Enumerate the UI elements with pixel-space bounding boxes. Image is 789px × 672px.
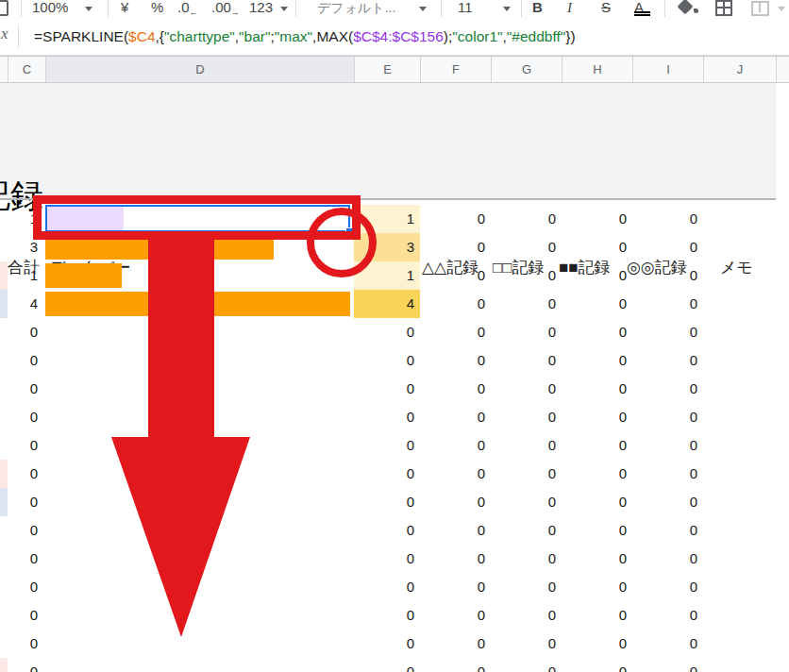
field-header-memo[interactable]: メモ — [720, 257, 753, 278]
cell-H-row12[interactable]: 0 — [562, 516, 632, 545]
strikethrough-button[interactable]: S — [601, 0, 611, 19]
cell-F-row1[interactable]: 0 — [420, 205, 491, 233]
cell-G-row1[interactable]: 0 — [491, 205, 562, 233]
font-name-caret-icon[interactable] — [419, 7, 427, 11]
cell-E-row13[interactable]: 0 — [354, 545, 420, 573]
cell-E-row12[interactable]: 0 — [354, 516, 420, 545]
cell-H-row5[interactable]: 0 — [562, 318, 632, 346]
cell-E-row6[interactable]: 0 — [354, 346, 420, 375]
cell-E-row17[interactable]: 0 — [354, 658, 420, 672]
cell-C-row2[interactable]: 3 — [8, 233, 42, 261]
cell-F-row4[interactable]: 0 — [420, 290, 491, 318]
cell-I-row2[interactable]: 0 — [632, 233, 703, 261]
cell-H-row8[interactable]: 0 — [562, 403, 632, 431]
cell-C-row16[interactable]: 0 — [8, 630, 42, 658]
zoom-control[interactable]: 100% — [32, 0, 68, 19]
cell-I-row7[interactable]: 0 — [632, 375, 703, 403]
cell-I-row17[interactable]: 0 — [632, 658, 703, 672]
cell-H-row4[interactable]: 0 — [562, 290, 632, 318]
cell-C-row10[interactable]: 0 — [8, 460, 42, 488]
column-header-G[interactable]: G — [491, 57, 562, 82]
cell-H-row6[interactable]: 0 — [562, 346, 632, 375]
cell-G-row13[interactable]: 0 — [491, 545, 562, 573]
column-header-J[interactable]: J — [703, 57, 776, 82]
formula-input[interactable]: =SPARKLINE($C4,{"charttype","bar";"max",… — [34, 19, 576, 55]
cell-H-row17[interactable]: 0 — [562, 658, 632, 672]
fill-handle[interactable] — [345, 227, 354, 236]
font-size-caret-icon[interactable] — [503, 7, 511, 11]
cell-G-row6[interactable]: 0 — [491, 346, 562, 375]
cell-H-row10[interactable]: 0 — [562, 460, 632, 488]
font-size-select[interactable]: 11 — [458, 0, 473, 19]
cell-F-row12[interactable]: 0 — [420, 516, 491, 545]
cell-G-row11[interactable]: 0 — [491, 488, 562, 516]
italic-button[interactable]: I — [567, 0, 572, 19]
cell-G-row3[interactable]: 0 — [491, 261, 562, 290]
cell-E-row4[interactable]: 4 — [354, 290, 420, 318]
cell-G-row17[interactable]: 0 — [491, 658, 562, 672]
cell-C-row17[interactable]: 0 — [8, 658, 42, 672]
cell-F-row11[interactable]: 0 — [420, 488, 491, 516]
cell-F-row7[interactable]: 0 — [420, 375, 491, 403]
cell-F-row10[interactable]: 0 — [420, 460, 491, 488]
column-header-E[interactable]: E — [354, 57, 420, 82]
cell-G-row4[interactable]: 0 — [491, 290, 562, 318]
cell-C-row14[interactable]: 0 — [8, 573, 42, 601]
text-color-button[interactable]: A — [634, 0, 644, 19]
cell-G-row5[interactable]: 0 — [491, 318, 562, 346]
cell-G-row8[interactable]: 0 — [491, 403, 562, 431]
decrease-decimal-button[interactable]: .0← — [177, 0, 198, 19]
cell-F-row14[interactable]: 0 — [420, 573, 491, 601]
cell-F-row13[interactable]: 0 — [420, 545, 491, 573]
cell-F-row17[interactable]: 0 — [420, 658, 491, 672]
cell-I-row3[interactable]: 0 — [632, 261, 703, 290]
cell-H-row7[interactable]: 0 — [562, 375, 632, 403]
cell-I-row9[interactable]: 0 — [632, 431, 703, 460]
cell-G-row15[interactable]: 0 — [491, 601, 562, 630]
cell-I-row1[interactable]: 0 — [632, 205, 703, 233]
bold-button[interactable]: B — [532, 0, 543, 19]
cell-I-row4[interactable]: 0 — [632, 290, 703, 318]
column-header-I[interactable]: I — [632, 57, 703, 82]
cell-F-row8[interactable]: 0 — [420, 403, 491, 431]
cell-F-row3[interactable]: 0 — [420, 261, 491, 290]
borders-icon[interactable] — [715, 0, 732, 16]
cell-E-row3[interactable]: 1 — [354, 261, 420, 290]
cell-F-row6[interactable]: 0 — [420, 346, 491, 375]
cell-E-row11[interactable]: 0 — [354, 488, 420, 516]
cell-E-row10[interactable]: 0 — [354, 460, 420, 488]
font-name-select[interactable]: デフォルト... — [317, 0, 395, 19]
merge-cells-icon[interactable] — [751, 1, 769, 16]
cell-C-row7[interactable]: 0 — [8, 375, 42, 403]
selected-cell-border[interactable] — [45, 205, 350, 232]
cell-H-row11[interactable]: 0 — [562, 488, 632, 516]
cell-I-row11[interactable]: 0 — [632, 488, 703, 516]
more-formats-caret-icon[interactable] — [280, 7, 288, 11]
cell-F-row15[interactable]: 0 — [420, 601, 491, 630]
cell-H-row13[interactable]: 0 — [562, 545, 632, 573]
cell-F-row5[interactable]: 0 — [420, 318, 491, 346]
cell-E-row2[interactable]: 3 — [354, 233, 420, 261]
cell-E-row9[interactable]: 0 — [354, 431, 420, 460]
cell-C-row1[interactable]: 1 — [8, 205, 42, 233]
cell-I-row8[interactable]: 0 — [632, 403, 703, 431]
cell-C-row3[interactable]: 1 — [8, 261, 42, 290]
cell-G-row12[interactable]: 0 — [491, 516, 562, 545]
cell-F-row2[interactable]: 0 — [420, 233, 491, 261]
column-header-stub[interactable] — [776, 57, 789, 82]
cell-C-row9[interactable]: 0 — [8, 431, 42, 460]
zoom-caret-icon[interactable] — [85, 7, 92, 11]
cell-G-row2[interactable]: 0 — [491, 233, 562, 261]
cell-C-row5[interactable]: 0 — [8, 318, 42, 346]
fill-color-icon[interactable] — [678, 0, 694, 14]
currency-format-button[interactable]: ¥ — [121, 0, 128, 19]
cell-C-row8[interactable]: 0 — [8, 403, 42, 431]
cell-G-row16[interactable]: 0 — [491, 630, 562, 658]
cell-C-row11[interactable]: 0 — [8, 488, 42, 516]
cell-C-row12[interactable]: 0 — [8, 516, 42, 545]
cell-I-row12[interactable]: 0 — [632, 516, 703, 545]
cell-F-row9[interactable]: 0 — [420, 431, 491, 460]
cell-G-row9[interactable]: 0 — [491, 431, 562, 460]
cell-G-row10[interactable]: 0 — [491, 460, 562, 488]
cell-H-row3[interactable]: 0 — [562, 261, 632, 290]
